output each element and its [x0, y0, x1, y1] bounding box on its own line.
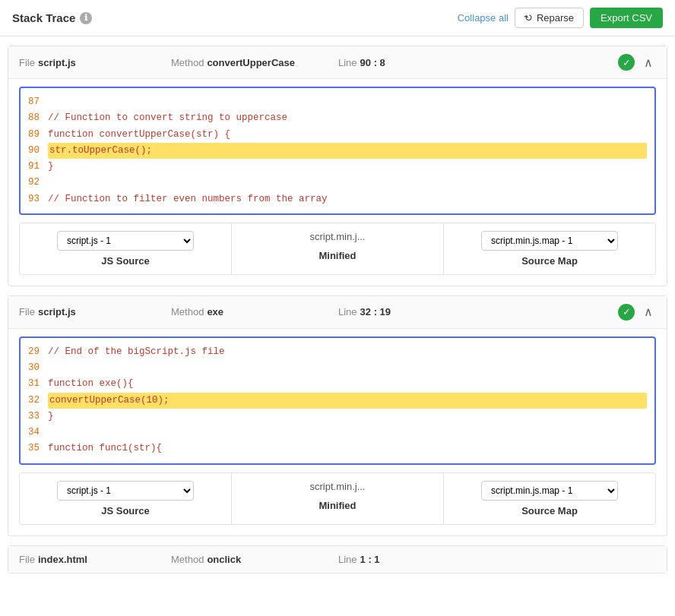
- source-map-cell-2: script.min.js.map - 1 Source Map: [444, 473, 655, 524]
- method-value-1: convertUpperCase: [207, 57, 295, 68]
- export-csv-button[interactable]: Export CSV: [590, 8, 663, 28]
- source-map-select-1[interactable]: script.min.js.map - 1: [481, 231, 618, 251]
- file-label-2: File: [19, 306, 35, 317]
- trace-3-file: File index.html: [19, 554, 171, 565]
- reparse-icon: ↻: [522, 11, 535, 24]
- trace-2-line: Line 32 : 19: [338, 306, 618, 317]
- code-line-1-90: 90 str.toUpperCase();: [28, 143, 647, 159]
- file-value-2: script.js: [38, 306, 76, 317]
- js-source-label-1: JS Source: [101, 255, 150, 267]
- trace-1-actions: ✓ ∧: [618, 54, 656, 71]
- header-actions: Collapse all ↻ Reparse Export CSV: [458, 8, 663, 28]
- status-check-2: ✓: [618, 304, 635, 321]
- trace-card-1: File script.js Method convertUpperCase L…: [8, 46, 667, 286]
- minified-cell-2: script.min.j... Minified: [232, 473, 444, 524]
- source-map-cell-1: script.min.js.map - 1 Source Map: [444, 223, 655, 274]
- line-label-3: Line: [338, 554, 357, 565]
- trace-1-method: Method convertUpperCase: [171, 57, 338, 68]
- code-line-1-93: 93 // Function to filter even numbers fr…: [28, 191, 647, 207]
- trace-3-method: Method onclick: [171, 554, 338, 565]
- trace-1-line: Line 90 : 8: [338, 57, 618, 68]
- file-label-3: File: [19, 554, 35, 565]
- method-label-1: Method: [171, 57, 204, 68]
- minified-text-2: script.min.j...: [310, 481, 366, 492]
- chevron-up-button-2[interactable]: ∧: [641, 305, 656, 319]
- method-value-2: exe: [207, 306, 223, 317]
- code-line-1-89: 89 function convertUpperCase(str) {: [28, 127, 647, 143]
- minified-label-1: Minified: [318, 250, 356, 261]
- code-block-1: 87 88 // Function to convert string to u…: [19, 87, 656, 215]
- code-line-2-31: 31 function exe(){: [28, 376, 647, 392]
- trace-2-method: Method exe: [171, 306, 338, 317]
- code-line-2-35: 35 function func1(str){: [28, 441, 647, 456]
- status-check-1: ✓: [618, 54, 635, 71]
- source-map-select-2[interactable]: script.min.js.map - 1: [481, 481, 618, 501]
- method-label-3: Method: [171, 554, 204, 565]
- trace-2-actions: ✓ ∧: [618, 304, 656, 321]
- method-label-2: Method: [171, 306, 204, 317]
- line-value-2: 32 : 19: [360, 306, 391, 317]
- code-line-1-87: 87: [28, 94, 647, 110]
- chevron-up-button-1[interactable]: ∧: [641, 55, 656, 70]
- code-line-2-30: 30: [28, 360, 647, 376]
- js-source-label-2: JS Source: [101, 505, 150, 516]
- code-line-2-32: 32 convertUpperCase(10);: [28, 393, 647, 409]
- js-source-select-1[interactable]: script.js - 1: [57, 231, 194, 251]
- header-title-area: Stack Trace ℹ: [12, 11, 92, 24]
- code-line-1-88: 88 // Function to convert string to uppe…: [28, 110, 647, 126]
- line-value-1: 90 : 8: [360, 57, 385, 68]
- js-source-cell-1: script.js - 1 JS Source: [20, 223, 232, 274]
- trace-3-header: File index.html Method onclick Line 1 : …: [8, 546, 667, 573]
- trace-2-file: File script.js: [19, 306, 171, 317]
- info-icon[interactable]: ℹ: [80, 12, 92, 24]
- trace-1-header: File script.js Method convertUpperCase L…: [8, 46, 667, 79]
- trace-card-2: File script.js Method exe Line 32 : 19 ✓…: [8, 295, 667, 536]
- page-title: Stack Trace: [12, 11, 75, 24]
- minified-cell-1: script.min.j... Minified: [232, 223, 444, 274]
- js-source-cell-2: script.js - 1 JS Source: [20, 473, 232, 524]
- trace-3-line: Line 1 : 1: [338, 554, 656, 565]
- minified-text-1: script.min.j...: [310, 231, 366, 242]
- line-label-2: Line: [338, 306, 357, 317]
- source-map-row-2: script.js - 1 JS Source script.min.j... …: [19, 472, 656, 525]
- stack-trace-header: Stack Trace ℹ Collapse all ↻ Reparse Exp…: [0, 0, 675, 36]
- js-source-select-2[interactable]: script.js - 1: [57, 481, 194, 501]
- trace-2-header: File script.js Method exe Line 32 : 19 ✓…: [8, 296, 667, 329]
- code-line-1-92: 92: [28, 175, 647, 191]
- code-line-1-91: 91 }: [28, 159, 647, 175]
- trace-1-file: File script.js: [19, 57, 171, 68]
- line-label-1: Line: [338, 57, 357, 68]
- minified-label-2: Minified: [318, 500, 356, 511]
- source-map-label-2: Source Map: [521, 505, 578, 516]
- line-value-3: 1 : 1: [360, 554, 380, 565]
- code-block-2: 29 // End of the bigScript.js file 30 31…: [19, 336, 656, 465]
- code-line-2-34: 34: [28, 425, 647, 441]
- trace-card-3: File index.html Method onclick Line 1 : …: [8, 545, 667, 573]
- file-value-3: index.html: [38, 554, 87, 565]
- reparse-button[interactable]: ↻ Reparse: [515, 8, 584, 28]
- file-label-1: File: [19, 57, 35, 68]
- source-map-row-1: script.js - 1 JS Source script.min.j... …: [19, 223, 656, 275]
- code-line-2-29: 29 // End of the bigScript.js file: [28, 344, 647, 360]
- collapse-all-button[interactable]: Collapse all: [458, 12, 509, 24]
- code-line-2-33: 33 }: [28, 409, 647, 425]
- file-value-1: script.js: [38, 57, 76, 68]
- source-map-label-1: Source Map: [521, 255, 578, 267]
- method-value-3: onclick: [207, 554, 241, 565]
